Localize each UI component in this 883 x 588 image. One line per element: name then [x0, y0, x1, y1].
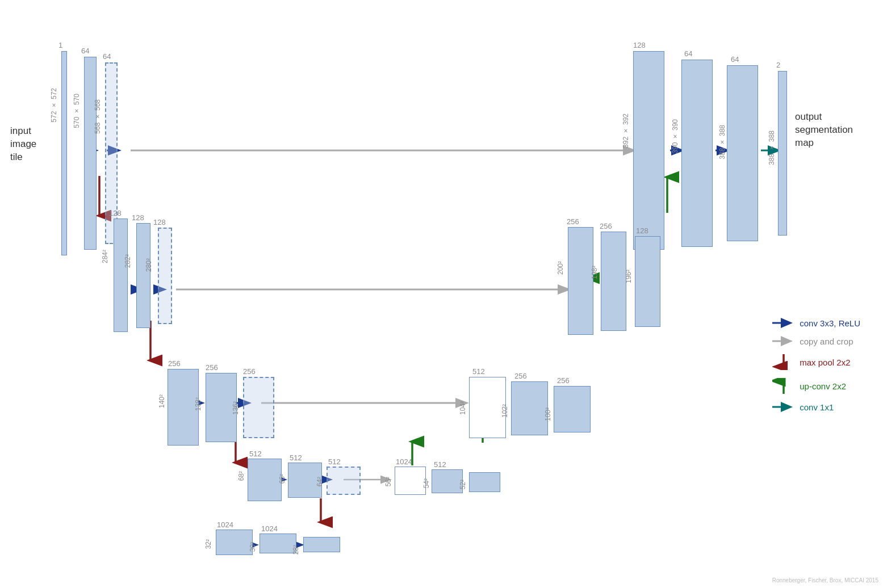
label-r4-ch512a-top: 512	[249, 450, 262, 458]
block-r2r-ch256b	[601, 232, 626, 331]
label-r4-ch512b-top: 512	[290, 453, 302, 462]
legend: conv 3x3, ReLU copy and crop	[772, 318, 860, 412]
label-r5-ch1024a-side: 32²	[204, 539, 212, 549]
label-r4r-ch512b-side: 52²	[459, 480, 467, 489]
label-r4r-ch1024w-side: 56²	[384, 477, 392, 486]
watermark: Ronneberger, Fischer, Brox, MICCAI 2015	[772, 577, 878, 583]
label-r3-ch256a-side: 140²	[158, 394, 166, 408]
block-r2r-ch128	[635, 236, 660, 327]
label-r1r-ch2-side: 388 × 388	[768, 131, 776, 165]
block-r2-ch128c	[158, 228, 172, 324]
block-r1r-ch64b	[727, 65, 758, 241]
label-r1-ch64b-top: 64	[103, 52, 111, 61]
label-r1r-ch128-side: 392 × 392	[622, 114, 630, 148]
label-r4r-ch1024w-top: 1024	[396, 457, 412, 466]
label-r3r-ch256b-top: 256	[557, 376, 570, 385]
label-r4-ch512a-side: 68²	[237, 471, 245, 481]
block-r1r-ch64a	[681, 60, 713, 247]
legend-copy-crop: copy and crop	[772, 336, 860, 346]
block-r2r-ch256a	[568, 227, 593, 335]
label-r2-ch128b-top: 128	[132, 213, 144, 222]
legend-maxpool-label: max pool 2x2	[800, 358, 850, 367]
label-r5-ch1024c-side: 28²	[292, 545, 300, 555]
block-r1-ch64a	[84, 57, 97, 250]
label-r1-ch1-top: 1	[58, 41, 62, 49]
label-r3r-ch256a-top: 256	[514, 372, 527, 380]
block-r4-ch512a	[248, 459, 282, 501]
label-r1r-ch64a-side: 390 × 390	[671, 119, 679, 154]
legend-maxpool: max pool 2x2	[772, 354, 860, 370]
label-r2-ch128c-top: 128	[153, 218, 166, 226]
block-r1r-ch2	[778, 71, 787, 236]
label-r4r-ch512a-side: 54²	[422, 478, 430, 488]
label-r1-ch64b-side: 568 × 568	[94, 99, 102, 134]
legend-conv3x3: conv 3x3, ReLU	[772, 318, 860, 328]
label-r3-ch256a-top: 256	[168, 359, 181, 368]
label-r1r-ch64b-side: 388 × 388	[718, 125, 726, 159]
label-r5-ch1024a-top: 1024	[217, 520, 233, 529]
label-r3-ch256c-top: 256	[243, 367, 256, 376]
block-r3-ch256c	[243, 377, 274, 438]
block-r3r-ch256a	[511, 381, 548, 435]
label-r4r-ch512a-top: 512	[434, 460, 446, 469]
label-r1-ch64a-side: 570 × 570	[73, 94, 81, 128]
label-r3r-ch512w-side: 104²	[459, 401, 467, 415]
legend-copy-crop-label: copy and crop	[800, 337, 853, 346]
legend-upconv-label: up-conv 2x2	[800, 381, 846, 391]
label-r4-ch512c-top: 512	[328, 457, 341, 466]
label-r4-ch512c-side: 64²	[316, 477, 324, 486]
label-r1-ch1-side: 572 × 572	[50, 88, 58, 123]
block-r4-ch512c	[327, 467, 361, 495]
label-r1r-ch64a-top: 64	[684, 49, 692, 58]
block-r3r-ch256b	[554, 386, 591, 432]
unet-diagram: inputimagetile 1 572 × 572 64 570 × 570 …	[0, 0, 883, 588]
block-r4r-ch1024-white	[395, 467, 426, 495]
label-r2r-ch256b-side: 198²	[591, 266, 599, 279]
label-r3r-ch256a-side: 102²	[501, 404, 509, 418]
label-r1-ch64a-top: 64	[81, 47, 89, 55]
label-r1r-ch2-top: 2	[776, 61, 780, 69]
label-r2r-ch256a-side: 200²	[556, 261, 564, 275]
label-r2-ch128a-top: 128	[109, 209, 122, 217]
block-r2-ch128a	[114, 219, 128, 332]
label-r5-ch1024b-top: 1024	[261, 524, 278, 533]
label-r1r-ch128-top: 128	[633, 41, 646, 49]
label-r2r-ch256b-top: 256	[600, 222, 612, 230]
label-r3-ch256c-side: 136²	[232, 401, 240, 415]
output-label: outputsegmentationmap	[795, 111, 853, 150]
label-r2r-ch128-top: 128	[636, 226, 648, 235]
label-r2-ch128b-side: 282²	[124, 254, 132, 268]
label-r3r-ch512w-top: 512	[472, 367, 485, 376]
legend-conv3x3-label: conv 3x3, ReLU	[800, 318, 860, 328]
block-r2-ch128b	[136, 223, 150, 328]
block-r5-ch1024b	[260, 534, 296, 553]
label-r2-ch128a-side: 284²	[101, 250, 109, 263]
label-r2r-ch256a-top: 256	[567, 217, 579, 226]
label-r3r-ch256b-side: 100²	[544, 408, 552, 421]
label-r3-ch256b-top: 256	[206, 363, 218, 372]
legend-upconv: up-conv 2x2	[772, 378, 860, 394]
label-r5-ch1024b-side: 30²	[249, 542, 257, 552]
block-r5-ch1024a	[216, 530, 253, 555]
legend-conv1x1-label: conv 1x1	[800, 402, 834, 412]
block-r4r-ch512b	[469, 472, 500, 492]
label-r1r-ch64b-top: 64	[731, 55, 739, 64]
block-r1-ch1	[61, 51, 67, 255]
block-r5-ch1024c	[303, 537, 340, 552]
label-r3-ch256b-side: 138²	[194, 397, 202, 411]
label-r2-ch128c-side: 280²	[145, 258, 153, 272]
label-r4-ch512b-side: 66²	[278, 474, 286, 484]
input-label: inputimagetile	[10, 125, 36, 164]
block-r1r-ch128	[633, 51, 664, 250]
legend-conv1x1: conv 1x1	[772, 402, 860, 412]
label-r2r-ch128-side: 196²	[625, 270, 633, 283]
block-r4r-ch512a	[432, 469, 463, 493]
